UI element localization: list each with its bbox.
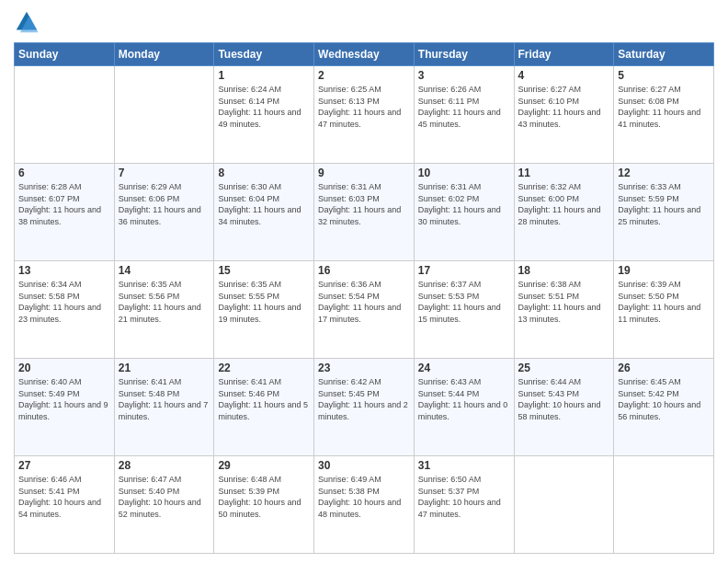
weekday-header-saturday: Saturday [614, 43, 714, 66]
cell-info: Sunrise: 6:29 AM Sunset: 6:06 PM Dayligh… [119, 181, 210, 227]
cell-info: Sunrise: 6:37 AM Sunset: 5:53 PM Dayligh… [418, 279, 510, 325]
cell-info: Sunrise: 6:26 AM Sunset: 6:11 PM Dayligh… [418, 84, 510, 130]
calendar-cell: 4Sunrise: 6:27 AM Sunset: 6:10 PM Daylig… [514, 66, 614, 164]
cell-info: Sunrise: 6:39 AM Sunset: 5:50 PM Dayligh… [618, 279, 710, 325]
calendar-cell: 11Sunrise: 6:32 AM Sunset: 6:00 PM Dayli… [514, 164, 614, 261]
weekday-header-friday: Friday [514, 43, 614, 66]
day-number: 3 [418, 69, 510, 82]
calendar-cell: 3Sunrise: 6:26 AM Sunset: 6:11 PM Daylig… [414, 66, 514, 164]
cell-info: Sunrise: 6:50 AM Sunset: 5:37 PM Dayligh… [418, 474, 510, 520]
day-number: 18 [518, 264, 610, 277]
cell-info: Sunrise: 6:40 AM Sunset: 5:49 PM Dayligh… [18, 376, 110, 422]
cell-info: Sunrise: 6:38 AM Sunset: 5:51 PM Dayligh… [518, 279, 610, 325]
cell-info: Sunrise: 6:33 AM Sunset: 5:59 PM Dayligh… [618, 181, 710, 227]
calendar-cell: 25Sunrise: 6:44 AM Sunset: 5:43 PM Dayli… [514, 359, 614, 456]
day-number: 25 [518, 362, 610, 374]
calendar-cell: 13Sunrise: 6:34 AM Sunset: 5:58 PM Dayli… [15, 261, 115, 359]
day-number: 5 [618, 69, 710, 82]
day-number: 11 [518, 167, 610, 179]
day-number: 28 [119, 459, 210, 472]
day-number: 6 [18, 167, 110, 179]
weekday-header-thursday: Thursday [414, 43, 514, 66]
calendar-week-row: 1Sunrise: 6:24 AM Sunset: 6:14 PM Daylig… [15, 66, 714, 164]
calendar-cell: 23Sunrise: 6:42 AM Sunset: 5:45 PM Dayli… [314, 359, 415, 456]
day-number: 1 [218, 69, 310, 82]
cell-info: Sunrise: 6:24 AM Sunset: 6:14 PM Dayligh… [218, 84, 310, 130]
cell-info: Sunrise: 6:25 AM Sunset: 6:13 PM Dayligh… [318, 84, 410, 130]
weekday-header-tuesday: Tuesday [214, 43, 314, 66]
cell-info: Sunrise: 6:44 AM Sunset: 5:43 PM Dayligh… [518, 376, 610, 422]
calendar-cell: 29Sunrise: 6:48 AM Sunset: 5:39 PM Dayli… [214, 456, 314, 554]
day-number: 19 [618, 264, 710, 277]
day-number: 17 [418, 264, 510, 277]
calendar-week-row: 27Sunrise: 6:46 AM Sunset: 5:41 PM Dayli… [15, 456, 714, 554]
calendar-table: SundayMondayTuesdayWednesdayThursdayFrid… [14, 42, 714, 554]
weekday-header-monday: Monday [114, 43, 214, 66]
cell-info: Sunrise: 6:42 AM Sunset: 5:45 PM Dayligh… [318, 376, 410, 422]
day-number: 26 [618, 362, 710, 374]
calendar-cell: 15Sunrise: 6:35 AM Sunset: 5:55 PM Dayli… [214, 261, 314, 359]
weekday-header-sunday: Sunday [15, 43, 115, 66]
calendar-cell: 27Sunrise: 6:46 AM Sunset: 5:41 PM Dayli… [15, 456, 115, 554]
calendar-cell: 30Sunrise: 6:49 AM Sunset: 5:38 PM Dayli… [314, 456, 415, 554]
weekday-header-wednesday: Wednesday [314, 43, 415, 66]
calendar-header-row: SundayMondayTuesdayWednesdayThursdayFrid… [15, 43, 714, 66]
day-number: 9 [318, 167, 410, 179]
cell-info: Sunrise: 6:27 AM Sunset: 6:10 PM Dayligh… [518, 84, 610, 130]
calendar-cell: 9Sunrise: 6:31 AM Sunset: 6:03 PM Daylig… [314, 164, 415, 261]
calendar-cell: 14Sunrise: 6:35 AM Sunset: 5:56 PM Dayli… [114, 261, 214, 359]
day-number: 15 [218, 264, 310, 277]
day-number: 7 [119, 167, 210, 179]
day-number: 29 [218, 459, 310, 472]
day-number: 22 [218, 362, 310, 374]
calendar-cell: 5Sunrise: 6:27 AM Sunset: 6:08 PM Daylig… [614, 66, 714, 164]
calendar-cell [15, 66, 115, 164]
calendar-cell: 31Sunrise: 6:50 AM Sunset: 5:37 PM Dayli… [414, 456, 514, 554]
calendar-cell: 24Sunrise: 6:43 AM Sunset: 5:44 PM Dayli… [414, 359, 514, 456]
cell-info: Sunrise: 6:41 AM Sunset: 5:48 PM Dayligh… [119, 376, 210, 422]
calendar-cell: 28Sunrise: 6:47 AM Sunset: 5:40 PM Dayli… [114, 456, 214, 554]
day-number: 12 [618, 167, 710, 179]
cell-info: Sunrise: 6:46 AM Sunset: 5:41 PM Dayligh… [18, 474, 110, 520]
day-number: 27 [18, 459, 110, 472]
cell-info: Sunrise: 6:30 AM Sunset: 6:04 PM Dayligh… [218, 181, 310, 227]
cell-info: Sunrise: 6:27 AM Sunset: 6:08 PM Dayligh… [618, 84, 710, 130]
cell-info: Sunrise: 6:28 AM Sunset: 6:07 PM Dayligh… [18, 181, 110, 227]
calendar-cell: 17Sunrise: 6:37 AM Sunset: 5:53 PM Dayli… [414, 261, 514, 359]
day-number: 2 [318, 69, 410, 82]
cell-info: Sunrise: 6:31 AM Sunset: 6:03 PM Dayligh… [318, 181, 410, 227]
day-number: 21 [119, 362, 210, 374]
calendar-cell: 18Sunrise: 6:38 AM Sunset: 5:51 PM Dayli… [514, 261, 614, 359]
cell-info: Sunrise: 6:41 AM Sunset: 5:46 PM Dayligh… [218, 376, 310, 422]
calendar-cell: 2Sunrise: 6:25 AM Sunset: 6:13 PM Daylig… [314, 66, 415, 164]
calendar-week-row: 20Sunrise: 6:40 AM Sunset: 5:49 PM Dayli… [15, 359, 714, 456]
calendar-cell: 16Sunrise: 6:36 AM Sunset: 5:54 PM Dayli… [314, 261, 415, 359]
calendar-cell: 10Sunrise: 6:31 AM Sunset: 6:02 PM Dayli… [414, 164, 514, 261]
calendar-cell: 12Sunrise: 6:33 AM Sunset: 5:59 PM Dayli… [614, 164, 714, 261]
cell-info: Sunrise: 6:34 AM Sunset: 5:58 PM Dayligh… [18, 279, 110, 325]
cell-info: Sunrise: 6:49 AM Sunset: 5:38 PM Dayligh… [318, 474, 410, 520]
header [14, 9, 714, 35]
calendar-cell: 19Sunrise: 6:39 AM Sunset: 5:50 PM Dayli… [614, 261, 714, 359]
day-number: 8 [218, 167, 310, 179]
day-number: 24 [418, 362, 510, 374]
day-number: 10 [418, 167, 510, 179]
day-number: 30 [318, 459, 410, 472]
cell-info: Sunrise: 6:35 AM Sunset: 5:56 PM Dayligh… [119, 279, 210, 325]
cell-info: Sunrise: 6:48 AM Sunset: 5:39 PM Dayligh… [218, 474, 310, 520]
day-number: 20 [18, 362, 110, 374]
calendar-cell: 7Sunrise: 6:29 AM Sunset: 6:06 PM Daylig… [114, 164, 214, 261]
calendar-cell: 21Sunrise: 6:41 AM Sunset: 5:48 PM Dayli… [114, 359, 214, 456]
cell-info: Sunrise: 6:31 AM Sunset: 6:02 PM Dayligh… [418, 181, 510, 227]
day-number: 23 [318, 362, 410, 374]
calendar-cell: 20Sunrise: 6:40 AM Sunset: 5:49 PM Dayli… [15, 359, 115, 456]
page: SundayMondayTuesdayWednesdayThursdayFrid… [0, 0, 728, 563]
calendar-cell: 1Sunrise: 6:24 AM Sunset: 6:14 PM Daylig… [214, 66, 314, 164]
cell-info: Sunrise: 6:47 AM Sunset: 5:40 PM Dayligh… [119, 474, 210, 520]
logo-icon [14, 9, 40, 35]
cell-info: Sunrise: 6:35 AM Sunset: 5:55 PM Dayligh… [218, 279, 310, 325]
day-number: 13 [18, 264, 110, 277]
day-number: 16 [318, 264, 410, 277]
calendar-cell: 22Sunrise: 6:41 AM Sunset: 5:46 PM Dayli… [214, 359, 314, 456]
calendar-cell [614, 456, 714, 554]
